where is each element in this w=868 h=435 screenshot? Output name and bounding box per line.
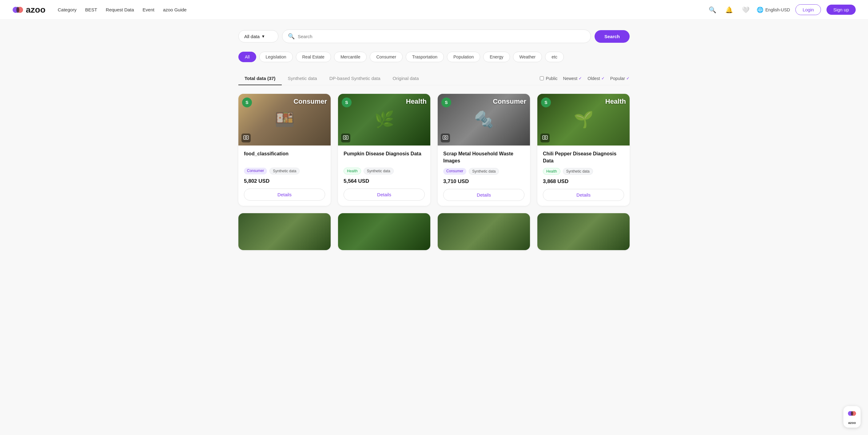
card-title: Pumpkin Disease Diagnosis Data [344, 150, 425, 164]
navbar: azoo CategoryBESTRequest DataEventazoo G… [0, 0, 868, 20]
nav-link-request-data[interactable]: Request Data [106, 7, 134, 12]
data-type-label: All data [244, 34, 259, 39]
logo[interactable]: azoo [12, 4, 45, 15]
data-card-card-4[interactable]: 🌱 S Health Chili Pepper Disease Diagnosi… [537, 94, 630, 206]
nav-link-azoo-guide[interactable]: azoo Guide [163, 7, 187, 12]
card-badge: S [441, 97, 451, 107]
card-details-button[interactable]: Details [344, 189, 425, 200]
filter-chip-legislation[interactable]: Legislation [259, 52, 293, 62]
card-title: food_classification [244, 150, 325, 164]
tag-consumer: Consumer [244, 168, 267, 175]
sort-newest[interactable]: Newest ✓ [563, 76, 582, 81]
card-details-button[interactable]: Details [443, 189, 524, 201]
card-badge: S [242, 97, 252, 107]
card-image-emoji: 🔩 [474, 110, 494, 129]
sort-popular[interactable]: Popular ✓ [610, 76, 630, 81]
svg-rect-7 [443, 136, 448, 139]
card-title: Chili Pepper Disease Diagnosis Data [543, 150, 624, 164]
tag-consumer: Consumer [443, 168, 466, 175]
filter-chip-weather[interactable]: Weather [513, 52, 542, 62]
public-checkbox[interactable] [540, 76, 544, 80]
card-img-icon [441, 133, 450, 143]
sort-oldest[interactable]: Oldest ✓ [588, 76, 604, 81]
card-body: food_classification ConsumerSynthetic da… [238, 146, 331, 206]
nav-link-category[interactable]: Category [58, 7, 76, 12]
svg-rect-3 [244, 136, 249, 139]
bottom-card-image [238, 213, 331, 250]
bottom-card-bc-1 [238, 213, 331, 250]
card-tags: HealthSynthetic data [344, 168, 425, 175]
card-details-button[interactable]: Details [543, 189, 624, 201]
svg-point-4 [245, 136, 247, 138]
public-checkbox-label[interactable]: Public [540, 76, 557, 81]
filter-chip-population[interactable]: Population [447, 52, 480, 62]
tab-dp-synthetic[interactable]: DP-based Synthetic data [323, 72, 386, 85]
bottom-card-bc-2 [338, 213, 430, 250]
nav-link-event[interactable]: Event [143, 7, 154, 12]
filter-chip-etc[interactable]: etc [545, 52, 564, 62]
main-content: All data ▾ 🔍 Search AllLegislationReal E… [231, 20, 637, 260]
notification-button[interactable]: 🔔 [723, 4, 735, 15]
nav-links: CategoryBESTRequest DataEventazoo Guide [58, 7, 187, 12]
card-body: Chili Pepper Disease Diagnosis Data Heal… [537, 146, 630, 206]
tab-synthetic[interactable]: Synthetic data [282, 72, 323, 85]
search-button[interactable]: Search [594, 30, 630, 43]
tab-total[interactable]: Total data (37) [238, 72, 282, 85]
filter-chip-real-estate[interactable]: Real Estate [296, 52, 331, 62]
tabs-row: Total data (37)Synthetic dataDP-based Sy… [238, 72, 630, 85]
search-icon-button[interactable]: 🔍 [707, 4, 718, 15]
card-price: 5,802 USD [244, 178, 325, 184]
globe-icon: 🌐 [757, 6, 764, 13]
heart-icon: 🤍 [742, 6, 750, 13]
card-image-wrapper: 🌱 S Health [537, 94, 630, 146]
card-tags: ConsumerSynthetic data [443, 168, 524, 175]
wishlist-button[interactable]: 🤍 [740, 4, 751, 15]
tabs-right: Public Newest ✓ Oldest ✓ Popular ✓ [540, 76, 630, 81]
card-category-label: Consumer [293, 97, 327, 105]
card-details-button[interactable]: Details [244, 189, 325, 200]
card-image-wrapper: 🔩 S Consumer [438, 94, 530, 146]
search-input-wrapper: 🔍 [282, 30, 591, 43]
oldest-check: ✓ [601, 76, 605, 81]
card-image-emoji: 🌱 [574, 110, 594, 129]
tag-synthetic: Synthetic data [563, 168, 593, 175]
card-tags: ConsumerSynthetic data [244, 168, 325, 175]
navbar-left: azoo CategoryBESTRequest DataEventazoo G… [12, 4, 187, 15]
tag-synthetic: Synthetic data [469, 168, 499, 175]
filter-chip-consumer[interactable]: Consumer [370, 52, 403, 62]
bottom-card-image [438, 213, 530, 250]
filter-chip-transportation[interactable]: Trasportation [406, 52, 444, 62]
tag-health: Health [344, 168, 361, 175]
card-img-icon [341, 133, 350, 143]
search-input-icon: 🔍 [288, 33, 294, 40]
filter-chip-energy[interactable]: Energy [483, 52, 510, 62]
filter-chip-all[interactable]: All [238, 52, 256, 62]
data-card-card-1[interactable]: 🍱 S Consumer food_classification Consume… [238, 94, 331, 206]
data-grid: 🍱 S Consumer food_classification Consume… [238, 94, 630, 206]
popular-check: ✓ [626, 76, 630, 81]
search-bar-row: All data ▾ 🔍 Search [238, 30, 630, 43]
language-button[interactable]: 🌐 English-USD [757, 6, 790, 13]
search-input[interactable] [298, 34, 585, 39]
card-badge: S [342, 97, 351, 107]
card-image-emoji: 🌿 [374, 110, 394, 129]
logo-icon [12, 4, 23, 15]
svg-point-8 [444, 136, 446, 138]
card-image-wrapper: 🌿 S Health [338, 94, 430, 146]
navbar-right: 🔍 🔔 🤍 🌐 English-USD Login Sign up [707, 4, 856, 15]
data-card-card-3[interactable]: 🔩 S Consumer Scrap Metal Household Waste… [438, 94, 530, 206]
filter-chip-mercantile[interactable]: Mercantile [334, 52, 367, 62]
newest-check: ✓ [579, 76, 582, 81]
card-body: Scrap Metal Household Waste Images Consu… [438, 146, 530, 206]
login-button[interactable]: Login [796, 4, 821, 15]
tab-original[interactable]: Original data [386, 72, 425, 85]
card-badge: S [541, 97, 551, 107]
bottom-card-image [338, 213, 430, 250]
filter-row: AllLegislationReal EstateMercantileConsu… [238, 52, 630, 62]
signup-button[interactable]: Sign up [827, 5, 856, 15]
card-body: Pumpkin Disease Diagnosis Data HealthSyn… [338, 146, 430, 206]
tag-health: Health [543, 168, 560, 175]
data-type-select[interactable]: All data ▾ [238, 30, 278, 42]
nav-link-best[interactable]: BEST [85, 7, 97, 12]
data-card-card-2[interactable]: 🌿 S Health Pumpkin Disease Diagnosis Dat… [338, 94, 430, 206]
